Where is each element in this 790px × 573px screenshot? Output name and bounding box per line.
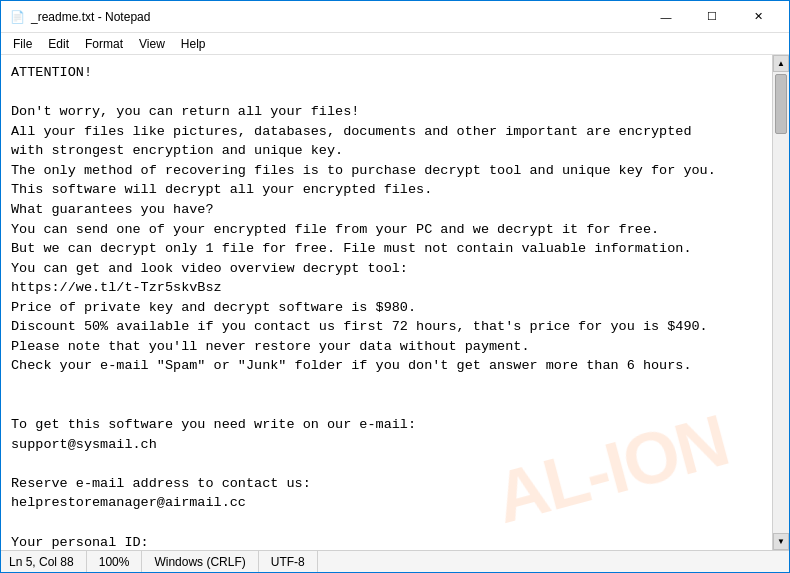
scroll-down-button[interactable]: ▼ [773, 533, 789, 550]
menu-view[interactable]: View [131, 35, 173, 53]
encoding: UTF-8 [259, 551, 318, 572]
line-ending: Windows (CRLF) [142, 551, 258, 572]
menu-file[interactable]: File [5, 35, 40, 53]
menu-bar: File Edit Format View Help [1, 33, 789, 55]
minimize-button[interactable]: — [643, 1, 689, 33]
menu-format[interactable]: Format [77, 35, 131, 53]
maximize-button[interactable]: ☐ [689, 1, 735, 33]
zoom-level: 100% [87, 551, 143, 572]
menu-help[interactable]: Help [173, 35, 214, 53]
menu-edit[interactable]: Edit [40, 35, 77, 53]
status-bar: Ln 5, Col 88 100% Windows (CRLF) UTF-8 [1, 550, 789, 572]
scroll-track[interactable] [773, 72, 789, 533]
cursor-position: Ln 5, Col 88 [1, 551, 87, 572]
content-area: ▲ ▼ AL-ION [1, 55, 789, 550]
window-controls: — ☐ ✕ [643, 1, 781, 33]
title-bar: 📄 _readme.txt - Notepad — ☐ ✕ [1, 1, 789, 33]
app-icon: 📄 [9, 9, 25, 25]
text-editor[interactable] [1, 55, 772, 550]
scrollbar[interactable]: ▲ ▼ [772, 55, 789, 550]
close-button[interactable]: ✕ [735, 1, 781, 33]
notepad-window: 📄 _readme.txt - Notepad — ☐ ✕ File Edit … [0, 0, 790, 573]
scroll-thumb[interactable] [775, 74, 787, 134]
scroll-up-button[interactable]: ▲ [773, 55, 789, 72]
window-title: _readme.txt - Notepad [31, 10, 643, 24]
